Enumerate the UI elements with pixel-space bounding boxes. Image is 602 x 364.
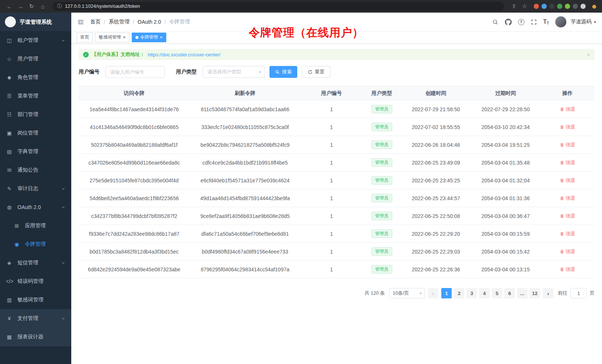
sidebar-item-sms[interactable]: ◈短信管理 — [0, 254, 71, 272]
next-page-button[interactable]: › — [543, 288, 553, 298]
sidebar-item-role[interactable]: ☻角色管理 — [0, 68, 71, 87]
breadcrumb-item[interactable]: 系统管理 — [109, 19, 130, 25]
force-logout-button[interactable]: 强退 — [560, 231, 575, 237]
page-button-5[interactable]: 5 — [492, 288, 502, 298]
sidebar-item-sensitive-word[interactable]: ▥敏感词管理 — [0, 291, 71, 309]
access-token-cell: 1ea5e44f8bc1467aaede43144f31de76 — [79, 100, 190, 118]
trash-icon — [560, 267, 564, 272]
force-logout-button[interactable]: 强退 — [560, 159, 575, 166]
more-pages-button[interactable]: ... — [517, 288, 527, 298]
goto-page-input[interactable] — [570, 288, 587, 298]
force-logout-button[interactable]: 强退 — [560, 195, 575, 202]
alert-link[interactable]: https://doc.iocoder.cn/user-center/ — [148, 52, 220, 57]
tab-close-icon[interactable]: × — [123, 35, 126, 40]
prev-page-button[interactable]: ‹ — [428, 288, 438, 298]
address-bar[interactable]: ⓘ 127.0.0.1:1024/system/oauth2/token — [53, 2, 504, 11]
tab-home[interactable]: 首页 — [76, 33, 93, 42]
page-button-6[interactable]: 6 — [504, 288, 515, 298]
action-cell: 强退 — [540, 207, 595, 225]
force-logout-button[interactable]: 强退 — [560, 142, 575, 148]
sidebar-item-token[interactable]: ◉令牌管理 — [0, 235, 71, 254]
extension-icon-green[interactable] — [557, 4, 562, 9]
font-size-icon[interactable] — [543, 19, 549, 25]
sidebar-item-post[interactable]: ▣岗位管理 — [0, 124, 71, 142]
extension-icon-red[interactable] — [534, 4, 539, 9]
back-icon[interactable]: ← — [4, 2, 14, 11]
sidebar-item-audit-log[interactable]: ✎审计日志 — [0, 179, 71, 198]
created-at-cell: 2022-07-29 21:58:50 — [401, 100, 471, 118]
force-logout-button[interactable]: 强退 — [560, 177, 575, 184]
sidebar-item-dept[interactable]: ☷部门管理 — [0, 105, 71, 124]
refresh-token-cell: 8796295f04064c2983414cc54af1097a — [190, 261, 301, 278]
refresh-token-cell: b0df4980ffd34c67a08f9156e4eee733 — [190, 243, 301, 261]
force-logout-button[interactable]: 强退 — [560, 124, 575, 130]
page-button-1[interactable]: 1 — [441, 288, 452, 298]
sidebar-item-tenant[interactable]: ◫租户管理 — [0, 31, 71, 50]
force-logout-label: 强退 — [566, 177, 575, 184]
tab-sensitive-word[interactable]: 敏感词管理× — [95, 33, 130, 42]
page-button-3[interactable]: 3 — [467, 288, 477, 298]
tab-token[interactable]: 令牌管理× — [132, 33, 167, 42]
user-id-cell: 1 — [301, 100, 363, 118]
user-avatar[interactable] — [555, 16, 566, 27]
sidebar-item-label: 支付管理 — [17, 315, 56, 322]
force-logout-button[interactable]: 强退 — [560, 266, 575, 273]
expires-at-cell: 2054-03-04 00:13:15 — [471, 261, 540, 278]
sidebar-item-error-code[interactable]: </>错误码管理 — [0, 272, 71, 291]
refresh-token-cell: be90422b8c7946218275a508bf524fc9 — [190, 136, 301, 154]
username[interactable]: 芋道源码 — [570, 19, 591, 25]
trash-icon — [560, 178, 564, 183]
chevron-down-icon[interactable] — [594, 20, 596, 24]
github-icon[interactable] — [505, 19, 512, 26]
expires-at-cell: 2054-03-04 01:35:48 — [471, 154, 540, 172]
help-icon[interactable] — [518, 19, 524, 25]
sidebar-item-report[interactable]: ▦报表设计器 — [0, 328, 71, 346]
extension-icon-panel[interactable] — [580, 4, 586, 9]
sidebar-item-app[interactable]: ⊞应用管理 — [0, 216, 71, 235]
extension-icon-blue[interactable] — [542, 4, 547, 9]
user-id-cell: 1 — [301, 225, 363, 243]
user-type-select[interactable]: 请选择用户类型 ▾ — [203, 66, 265, 78]
sidebar-item-dict[interactable]: ▤字典管理 — [0, 142, 71, 161]
bookmark-star-icon[interactable]: ☆ — [520, 2, 529, 11]
page-size-select[interactable]: 10条/页 ▾ — [389, 288, 425, 298]
breadcrumb-item[interactable]: OAuth 2.0 — [138, 19, 161, 25]
home-icon[interactable]: ⌂ — [38, 2, 48, 11]
sidebar-item-oauth2[interactable]: ◍OAuth 2.0 — [0, 198, 71, 216]
alert-close-icon[interactable]: × — [587, 52, 590, 58]
force-logout-button[interactable]: 强退 — [560, 213, 575, 219]
browser-profile-icon[interactable]: ☻ — [591, 3, 598, 10]
force-logout-label: 强退 — [566, 266, 575, 273]
page-button-2[interactable]: 2 — [454, 288, 464, 298]
fullscreen-icon[interactable] — [531, 19, 537, 25]
breadcrumb: 首页/系统管理/OAuth 2.0/令牌管理 — [90, 19, 190, 25]
sidebar-item-user[interactable]: ☺用户管理 — [0, 50, 71, 68]
trash-icon — [560, 107, 564, 112]
force-logout-button[interactable]: 强退 — [560, 106, 575, 113]
search-button[interactable]: 搜索 — [269, 66, 297, 78]
reload-icon[interactable]: ↻ — [27, 2, 36, 11]
reset-button[interactable]: 重置 — [302, 66, 330, 78]
extension-icon-gray[interactable] — [573, 4, 578, 9]
check-circle-icon: ✓ — [83, 52, 89, 57]
menu-fold-icon[interactable] — [77, 19, 84, 26]
tab-label: 令牌管理 — [140, 34, 158, 40]
extension-icon-dark[interactable] — [549, 4, 554, 9]
breadcrumb-item[interactable]: 首页 — [90, 19, 101, 25]
page-button-4[interactable]: 4 — [479, 288, 490, 298]
sidebar-item-notice[interactable]: ✉通知公告 — [0, 161, 71, 179]
extension-icon-lime[interactable] — [565, 4, 570, 9]
tab-close-icon[interactable]: × — [160, 35, 163, 40]
forward-icon[interactable]: → — [16, 2, 25, 11]
sidebar-item-label: 报表设计器 — [17, 334, 65, 340]
column-header-expires-at: 过期时间 — [471, 86, 540, 100]
force-logout-button[interactable]: 强退 — [560, 248, 575, 255]
access-token-cell: 275e5de9151045fe87cbdc395e004f4d — [79, 172, 190, 189]
share-icon[interactable]: ⇧ — [509, 2, 519, 11]
search-icon[interactable] — [492, 19, 498, 25]
page-button-12[interactable]: 12 — [530, 288, 540, 298]
sidebar-item-pay[interactable]: ¥支付管理 — [0, 309, 71, 328]
site-info-icon[interactable]: ⓘ — [57, 3, 62, 10]
sidebar-item-menu[interactable]: ☰菜单管理 — [0, 87, 71, 105]
user-id-input[interactable] — [105, 66, 165, 78]
